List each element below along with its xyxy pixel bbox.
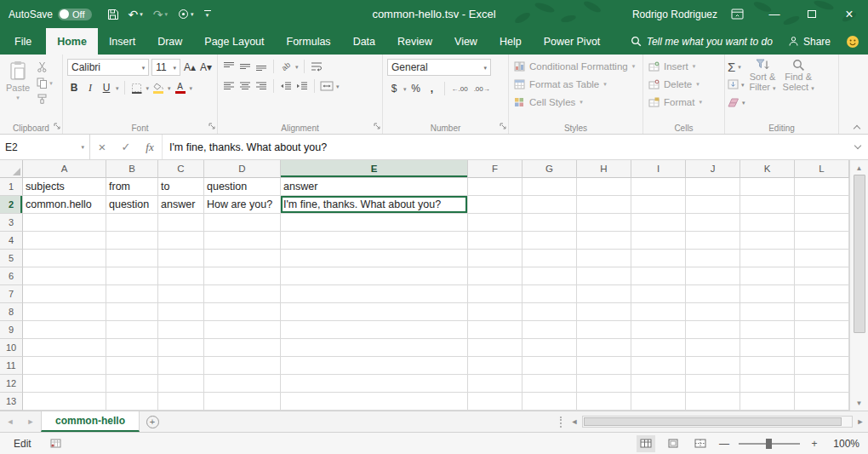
cell-E11[interactable] — [281, 357, 468, 375]
cell-H13[interactable] — [577, 393, 631, 411]
column-header-A[interactable]: A — [23, 160, 106, 178]
collapse-ribbon-button[interactable] — [853, 124, 861, 130]
cell-F10[interactable] — [468, 339, 523, 357]
cell-K2[interactable] — [740, 196, 795, 214]
decrease-indent-button[interactable] — [279, 78, 293, 94]
cell-D13[interactable] — [204, 393, 281, 411]
font-color-button[interactable]: A — [174, 80, 187, 95]
customize-quick-access-button[interactable]: ▾ — [204, 10, 211, 18]
cell-A11[interactable] — [23, 357, 106, 375]
cell-E10[interactable] — [281, 339, 468, 357]
cell-A5[interactable] — [23, 250, 106, 267]
sheet-tab-common-hello[interactable]: common-hello — [41, 411, 140, 432]
tab-data[interactable]: Data — [342, 28, 386, 55]
font-name-select[interactable]: Calibri ▾ — [67, 59, 149, 76]
font-size-select[interactable]: 11 ▾ — [151, 59, 180, 76]
vertical-scrollbar[interactable]: ▲ ▼ — [849, 160, 868, 411]
tab-draw[interactable]: Draw — [146, 28, 193, 55]
cell-D3[interactable] — [204, 214, 281, 232]
cell-J4[interactable] — [686, 232, 740, 250]
cell-L1[interactable] — [795, 178, 849, 196]
cell-H11[interactable] — [577, 357, 631, 375]
cell-I7[interactable] — [631, 285, 686, 303]
cell-L11[interactable] — [795, 357, 849, 375]
cell-G5[interactable] — [523, 250, 577, 267]
cell-L6[interactable] — [795, 267, 849, 285]
column-header-E[interactable]: E — [281, 160, 468, 178]
horizontal-scrollbar-thumb[interactable] — [584, 417, 842, 426]
macro-record-button[interactable] — [50, 439, 61, 448]
align-left-button[interactable] — [222, 78, 236, 94]
cell-C5[interactable] — [158, 250, 204, 267]
cell-H5[interactable] — [577, 250, 631, 267]
redo-button[interactable]: ↷ ▾ — [153, 9, 168, 20]
cell-D1[interactable]: question — [204, 178, 281, 196]
cell-F4[interactable] — [468, 232, 523, 250]
cell-B6[interactable] — [106, 267, 158, 285]
cell-A2[interactable]: common.hello — [23, 196, 106, 214]
normal-view-button[interactable] — [637, 435, 655, 452]
underline-button[interactable]: U — [100, 80, 113, 95]
cell-B7[interactable] — [106, 285, 158, 303]
tab-formulas[interactable]: Formulas — [276, 28, 342, 55]
page-break-view-button[interactable] — [691, 435, 710, 452]
cell-L12[interactable] — [795, 375, 849, 393]
horizontal-scrollbar[interactable] — [582, 416, 853, 428]
scroll-up-button[interactable]: ▲ — [856, 161, 863, 175]
cell-A10[interactable] — [23, 339, 106, 357]
cell-J10[interactable] — [686, 339, 740, 357]
cell-I1[interactable] — [631, 178, 686, 196]
cell-I11[interactable] — [631, 357, 686, 375]
top-align-button[interactable] — [222, 59, 236, 74]
cell-G6[interactable] — [523, 267, 577, 285]
column-header-I[interactable]: I — [631, 160, 686, 178]
increase-decimal-button[interactable]: ←.00 — [450, 81, 470, 96]
cell-G13[interactable] — [523, 393, 577, 411]
close-button[interactable]: × — [831, 0, 868, 28]
cell-D9[interactable] — [204, 321, 281, 339]
cell-F3[interactable] — [468, 214, 523, 232]
cell-G8[interactable] — [523, 303, 577, 321]
cell-F1[interactable] — [468, 178, 523, 196]
clear-button[interactable]: ▾ — [728, 95, 745, 110]
bold-button[interactable]: B — [67, 80, 81, 95]
middle-align-button[interactable] — [238, 59, 252, 74]
column-header-D[interactable]: D — [204, 160, 281, 178]
cell-D11[interactable] — [204, 357, 281, 375]
maximize-button[interactable] — [793, 0, 831, 28]
cell-I10[interactable] — [631, 339, 686, 357]
column-header-C[interactable]: C — [158, 160, 204, 178]
align-center-button[interactable] — [238, 78, 252, 94]
tab-help[interactable]: Help — [488, 28, 533, 55]
cell-H2[interactable] — [577, 196, 631, 214]
cell-E3[interactable] — [281, 214, 468, 232]
cell-K8[interactable] — [740, 303, 795, 321]
increase-indent-button[interactable] — [295, 78, 309, 94]
cell-H9[interactable] — [577, 321, 631, 339]
cell-D4[interactable] — [204, 232, 281, 250]
cell-L4[interactable] — [795, 232, 849, 250]
cell-D12[interactable] — [204, 375, 281, 393]
cell-J9[interactable] — [686, 321, 740, 339]
cell-G2[interactable] — [523, 196, 577, 214]
cell-A1[interactable]: subjects — [23, 178, 106, 196]
sheet-next-button[interactable]: ► — [20, 411, 41, 432]
column-header-J[interactable]: J — [686, 160, 740, 178]
cell-B10[interactable] — [106, 339, 158, 357]
cell-K1[interactable] — [740, 178, 795, 196]
new-sheet-button[interactable]: + — [140, 411, 165, 432]
select-all-button[interactable] — [0, 160, 23, 178]
cell-K5[interactable] — [740, 250, 795, 267]
cell-E6[interactable] — [281, 267, 468, 285]
cell-L9[interactable] — [795, 321, 849, 339]
cell-B9[interactable] — [106, 321, 158, 339]
sort-filter-button[interactable]: Sort & Filter ▾ — [747, 57, 779, 110]
sheet-prev-button[interactable]: ◄ — [0, 411, 20, 432]
tell-me-box[interactable]: Tell me what you want to do — [631, 36, 773, 48]
cell-G4[interactable] — [523, 232, 577, 250]
row-header-3[interactable]: 3 — [0, 214, 23, 232]
format-painter-button[interactable] — [37, 94, 53, 105]
vertical-scrollbar-thumb[interactable] — [854, 175, 865, 333]
row-header-8[interactable]: 8 — [0, 303, 23, 321]
cut-button[interactable] — [37, 61, 53, 72]
